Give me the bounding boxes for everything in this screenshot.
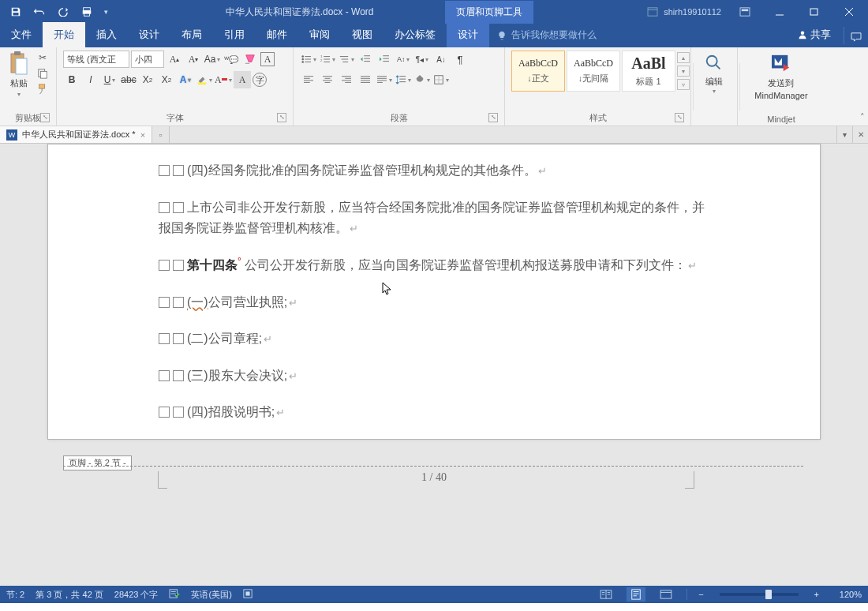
text-effects-button[interactable]: A xyxy=(177,71,194,88)
tab-insert[interactable]: 插入 xyxy=(85,22,128,47)
strike-button[interactable]: abc xyxy=(120,71,137,88)
page-body[interactable]: (四)经国务院批准的国务院证券监督管理机构规定的其他条件。 上市公司非公开发行新… xyxy=(48,144,820,423)
char-border-button[interactable]: A xyxy=(260,52,275,66)
bullets-button[interactable] xyxy=(300,51,317,68)
line-spacing-button[interactable] xyxy=(395,71,412,88)
highlight-button[interactable] xyxy=(196,71,213,88)
style-normal[interactable]: AaBbCcD ↓正文 xyxy=(511,51,565,92)
asian-layout-button[interactable]: A↕ xyxy=(395,51,412,68)
styles-up-button[interactable]: ▴ xyxy=(677,52,690,63)
copy-button[interactable] xyxy=(35,66,51,81)
ribbon-display-button[interactable] xyxy=(729,1,761,23)
tab-review[interactable]: 审阅 xyxy=(298,22,341,47)
increase-indent-button[interactable] xyxy=(376,51,393,68)
tab-office-tabs[interactable]: 办公标签 xyxy=(383,22,447,47)
clear-format-button[interactable] xyxy=(241,51,259,68)
change-case-button[interactable]: Aa xyxy=(204,51,221,68)
align-right-button[interactable] xyxy=(338,71,355,88)
paragraph[interactable]: (四)经国务院批准的国务院证券监督管理机构规定的其他条件。 xyxy=(159,160,709,182)
workspace[interactable]: (四)经国务院批准的国务院证券监督管理机构规定的其他条件。 上市公司非公开发行新… xyxy=(0,144,868,586)
paragraph[interactable]: (三)股东大会决议; xyxy=(159,365,709,387)
enclose-char-button[interactable]: 字 xyxy=(253,73,267,87)
undo-button[interactable] xyxy=(28,2,51,21)
align-left-button[interactable] xyxy=(300,71,317,88)
close-tab-button[interactable]: × xyxy=(140,130,145,140)
editing-dropdown[interactable]: ▾ xyxy=(713,88,716,95)
style-no-spacing[interactable]: AaBbCcD ↓无间隔 xyxy=(567,51,620,92)
save-button[interactable] xyxy=(5,2,27,21)
account-icon[interactable] xyxy=(645,6,660,18)
tab-file[interactable]: 文件 xyxy=(0,22,43,47)
tab-header-footer-design[interactable]: 设计 xyxy=(447,22,489,47)
qat-more-button[interactable]: ▾ xyxy=(99,2,112,21)
spellcheck-icon[interactable] xyxy=(169,589,180,600)
quick-print-button[interactable] xyxy=(76,2,98,21)
web-layout-button[interactable] xyxy=(657,587,675,602)
comment-pane-button[interactable] xyxy=(846,27,868,47)
zoom-slider[interactable] xyxy=(720,593,799,596)
footer-page-number[interactable]: 1 / 40 xyxy=(0,471,868,484)
clipboard-launcher[interactable]: ⤡ xyxy=(40,113,50,122)
send-to-mindmanager-button[interactable] xyxy=(769,51,794,76)
underline-button[interactable]: U xyxy=(101,71,118,88)
styles-launcher[interactable]: ⤡ xyxy=(675,113,684,122)
font-launcher[interactable]: ⤡ xyxy=(277,113,286,122)
status-page[interactable]: 第 3 页，共 42 页 xyxy=(36,589,103,601)
cut-button[interactable]: ✂ xyxy=(35,51,51,65)
tab-view[interactable]: 视图 xyxy=(341,22,383,47)
font-size-combo[interactable]: 小四 xyxy=(131,51,164,68)
paste-dropdown[interactable]: ▾ xyxy=(17,91,21,98)
subscript-button[interactable]: X2 xyxy=(139,71,156,88)
print-layout-button[interactable] xyxy=(627,587,645,602)
styles-down-button[interactable]: ▾ xyxy=(677,66,690,77)
status-section[interactable]: 节: 2 xyxy=(6,589,24,601)
bold-button[interactable]: B xyxy=(63,71,80,88)
font-color-button[interactable]: A xyxy=(215,71,232,88)
tab-design[interactable]: 设计 xyxy=(128,22,170,47)
grow-font-button[interactable]: A▴ xyxy=(166,51,183,68)
tab-layout[interactable]: 布局 xyxy=(170,22,213,47)
text-direction-button[interactable]: ¶◂ xyxy=(413,51,431,68)
format-painter-button[interactable] xyxy=(35,82,51,96)
footer-section-label[interactable]: 页脚 - 第 2 节 - xyxy=(63,455,132,470)
char-shading-button[interactable]: A xyxy=(234,71,251,88)
multilevel-list-button[interactable] xyxy=(338,51,355,68)
paragraph[interactable]: (一)公司营业执照; xyxy=(159,292,709,313)
paragraph[interactable]: (四)招股说明书; xyxy=(159,402,709,423)
show-marks-button[interactable]: ¶ xyxy=(451,51,469,68)
paragraph[interactable]: 第十四条° 公司公开发行新股，应当向国务院证券监督管理机构报送募股申请和下列文件… xyxy=(159,254,709,276)
align-justify-button[interactable] xyxy=(357,71,374,88)
tab-dropdown-button[interactable]: ▾ xyxy=(836,126,852,143)
macro-record-icon[interactable] xyxy=(243,589,253,600)
zoom-in-button[interactable]: + xyxy=(814,590,819,599)
numbering-button[interactable]: 12 xyxy=(319,51,336,68)
superscript-button[interactable]: X2 xyxy=(158,71,175,88)
shrink-font-button[interactable]: A▾ xyxy=(185,51,202,68)
minimize-button[interactable] xyxy=(764,1,795,23)
phonetic-guide-button[interactable]: ᵂ💬 xyxy=(223,51,240,68)
paste-button[interactable] xyxy=(6,51,32,76)
new-tab-button[interactable]: ▫ xyxy=(152,126,170,143)
status-word-count[interactable]: 28423 个字 xyxy=(114,589,159,601)
paragraph[interactable]: 上市公司非公开发行新股，应当符合经国务院批准的国务院证券监督管理机构规定的条件，… xyxy=(159,197,709,238)
zoom-slider-thumb[interactable] xyxy=(765,590,772,599)
tab-references[interactable]: 引用 xyxy=(213,22,256,47)
font-name-combo[interactable]: 等线 (西文正 xyxy=(63,51,129,68)
find-button[interactable] xyxy=(702,51,727,76)
close-button[interactable] xyxy=(833,1,865,23)
read-mode-button[interactable] xyxy=(597,587,615,602)
italic-button[interactable]: I xyxy=(82,71,99,88)
tab-mail[interactable]: 邮件 xyxy=(256,22,298,47)
paragraph-launcher[interactable]: ⤡ xyxy=(488,113,498,122)
zoom-level[interactable]: 120% xyxy=(830,590,862,599)
redo-button[interactable] xyxy=(52,2,74,21)
align-distribute-button[interactable] xyxy=(376,71,393,88)
zoom-out-button[interactable]: − xyxy=(698,590,703,599)
borders-button[interactable] xyxy=(432,71,450,88)
decrease-indent-button[interactable] xyxy=(357,51,374,68)
document-tab[interactable]: W 中华人民共和国证券法.docx * × xyxy=(0,126,152,143)
align-center-button[interactable] xyxy=(319,71,336,88)
sort-button[interactable]: A↓ xyxy=(432,51,450,68)
maximize-button[interactable] xyxy=(799,1,830,23)
share-button[interactable]: 共享 xyxy=(787,22,842,47)
